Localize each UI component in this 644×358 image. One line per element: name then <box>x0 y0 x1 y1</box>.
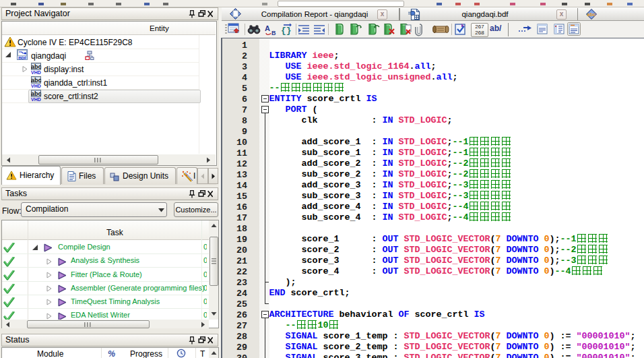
svg-text:VHD: VHD <box>31 97 41 101</box>
svg-text:B: B <box>271 30 276 36</box>
svg-text:abc: abc <box>31 63 41 70</box>
svg-text:BDF: BDF <box>18 55 27 60</box>
svg-text:abc: abc <box>587 11 596 18</box>
svg-text:{}: {} <box>281 26 292 36</box>
svg-text:VHD: VHD <box>31 84 41 88</box>
svg-text:A: A <box>265 24 270 32</box>
svg-text:abc: abc <box>31 77 41 84</box>
svg-text:abc: abc <box>31 90 41 97</box>
svg-text:VHD: VHD <box>31 70 41 74</box>
